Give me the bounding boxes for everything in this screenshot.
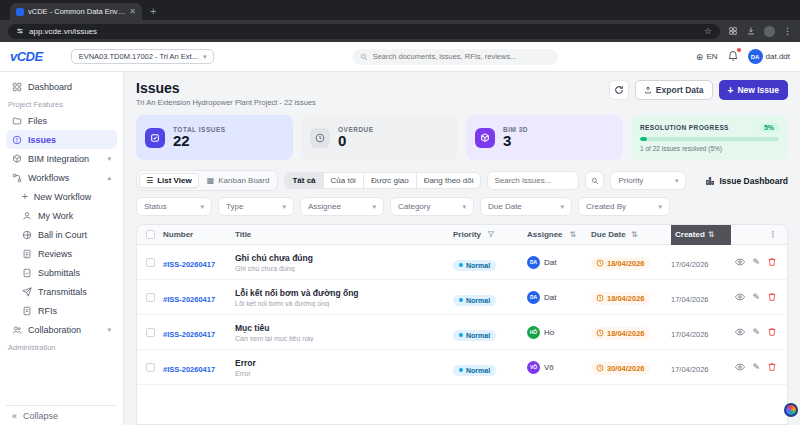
issue-row[interactable]: #ISS-20260417 Error Error Normal VÕ Võ 3…	[137, 350, 787, 385]
select-all-checkbox[interactable]	[146, 230, 155, 239]
sidebar-item-reviews[interactable]: Reviews	[16, 244, 117, 263]
assignee-filter-select[interactable]: Assignee▾	[300, 197, 384, 216]
due-date-filter-select[interactable]: Due Date▾	[480, 197, 572, 216]
refresh-button[interactable]	[609, 80, 629, 100]
sidebar-item-label: Submittals	[38, 268, 80, 278]
download-icon[interactable]	[746, 26, 756, 36]
global-search-input[interactable]	[373, 52, 551, 61]
issue-row[interactable]: #ISS-20260417 Mục tiêu Cần xem lại mục t…	[137, 315, 787, 350]
sidebar-item-collaboration[interactable]: Collaboration ▾	[6, 320, 117, 339]
issue-title[interactable]: Error	[235, 358, 447, 368]
header-created[interactable]: Created ⇅	[671, 225, 731, 245]
export-data-button[interactable]: Export Data	[635, 80, 713, 100]
issue-dashboard-button[interactable]: Issue Dashboard	[705, 176, 789, 186]
site-info-icon[interactable]	[16, 27, 24, 35]
issue-row[interactable]: #ISS-20260417 Lỗi kết nối bơm và đường ố…	[137, 280, 787, 315]
issue-title[interactable]: Lỗi kết nối bơm và đường ống	[235, 288, 447, 298]
issues-search[interactable]	[487, 171, 579, 190]
row-checkbox[interactable]	[146, 258, 155, 267]
project-selector[interactable]: EVNA03.TD0M.17002 - Tri An Ext... ▾	[71, 49, 215, 64]
delete-button[interactable]	[767, 327, 777, 337]
row-checkbox[interactable]	[146, 363, 155, 372]
new-issue-button[interactable]: + New Issue	[719, 80, 788, 100]
issue-number-link[interactable]: #ISS-20260417	[163, 365, 215, 374]
view-button[interactable]	[735, 292, 745, 302]
sidebar-item-new-workflow[interactable]: + New Workflow	[16, 187, 117, 206]
category-filter-select[interactable]: Category▾	[390, 197, 474, 216]
accessibility-widget[interactable]	[784, 403, 798, 417]
kanban-board-tab[interactable]: ▦ Kanban Board	[201, 173, 276, 188]
sort-icon[interactable]: ⇅	[570, 230, 577, 239]
sidebar-collapse-button[interactable]: « Collapse	[6, 405, 117, 425]
extensions-icon[interactable]	[728, 26, 738, 36]
type-filter-select[interactable]: Type▾	[218, 197, 294, 216]
created-by-filter-select[interactable]: Created By▾	[578, 197, 670, 216]
sidebar-item-submittals[interactable]: Submittals	[16, 263, 117, 282]
search-button[interactable]	[585, 171, 604, 190]
browser-menu-icon[interactable]: ⋮	[783, 26, 792, 36]
header-number[interactable]: Number	[163, 230, 235, 239]
user-menu[interactable]: DA dat.ddt	[748, 49, 790, 64]
sidebar-item-rfis[interactable]: RFIs	[16, 301, 117, 320]
global-search[interactable]	[353, 49, 558, 65]
view-button[interactable]	[735, 362, 745, 372]
view-button[interactable]	[735, 257, 745, 267]
sidebar-item-label: Files	[28, 116, 47, 126]
filter-chip-assigned[interactable]: Được giao	[364, 173, 417, 188]
sort-icon[interactable]: ⇅	[631, 230, 638, 239]
view-button[interactable]	[735, 327, 745, 337]
browser-profile-icon[interactable]	[764, 26, 775, 37]
issue-row[interactable]: #ISS-20260417 Ghi chú chưa đúng Ghi chú …	[137, 245, 787, 280]
sidebar-item-workflows[interactable]: Workflows ▴	[6, 168, 117, 187]
sidebar-item-dashboard[interactable]: Dashboard	[6, 77, 117, 96]
sidebar-item-files[interactable]: Files	[6, 111, 117, 130]
list-icon: ☰	[146, 176, 153, 185]
funnel-icon[interactable]	[487, 230, 495, 238]
row-checkbox[interactable]	[146, 293, 155, 302]
sidebar-item-bim-integration[interactable]: BIM Integration ▾	[6, 149, 117, 168]
header-assignee[interactable]: Assignee ⇅	[527, 230, 591, 239]
total-issues-card[interactable]: TOTAL ISSUES 22	[136, 115, 293, 160]
url-bar[interactable]: app.vcde.vn/issues ☆	[8, 24, 720, 39]
issue-title[interactable]: Ghi chú chưa đúng	[235, 253, 447, 263]
filter-chip-watching[interactable]: Đang theo dõi	[417, 173, 481, 188]
browser-tab[interactable]: vCDE - Common Data Environ... ✕	[10, 3, 142, 20]
sort-icon[interactable]: ⇅	[708, 230, 715, 239]
filter-chip-mine[interactable]: Của tôi	[324, 173, 364, 188]
language-selector[interactable]: ⊕ EN	[696, 52, 718, 62]
issue-number-link[interactable]: #ISS-20260417	[163, 260, 215, 269]
delete-button[interactable]	[767, 362, 777, 372]
header-due-date[interactable]: Due Date ⇅	[591, 230, 671, 239]
list-view-tab[interactable]: ☰ List View	[139, 173, 199, 188]
vcde-logo[interactable]: vCDE	[10, 49, 43, 64]
sidebar-item-ball-in-court[interactable]: Ball in Court	[16, 225, 117, 244]
sidebar-item-label: Dashboard	[28, 82, 72, 92]
filter-chip-all[interactable]: Tất cả	[285, 173, 323, 188]
status-filter-select[interactable]: Status▾	[136, 197, 212, 216]
edit-button[interactable]: ✎	[752, 362, 760, 372]
issues-search-input[interactable]	[494, 176, 572, 185]
bim-3d-card[interactable]: BIM 3D 3	[466, 115, 623, 160]
sidebar-item-my-work[interactable]: My Work	[16, 206, 117, 225]
issue-number-link[interactable]: #ISS-20260417	[163, 295, 215, 304]
edit-button[interactable]: ✎	[752, 292, 760, 302]
header-title[interactable]: Title	[235, 230, 453, 239]
delete-button[interactable]	[767, 292, 777, 302]
edit-button[interactable]: ✎	[752, 257, 760, 267]
issue-title[interactable]: Mục tiêu	[235, 323, 447, 333]
close-tab-icon[interactable]: ✕	[129, 7, 136, 16]
workflow-icon	[12, 173, 22, 183]
sidebar-item-issues[interactable]: Issues	[6, 130, 117, 149]
bookmark-star-icon[interactable]: ☆	[704, 26, 712, 36]
sidebar-item-transmittals[interactable]: Transmittals	[16, 282, 117, 301]
issue-number-link[interactable]: #ISS-20260417	[163, 330, 215, 339]
new-tab-icon[interactable]: +	[150, 5, 156, 17]
row-checkbox[interactable]	[146, 328, 155, 337]
notifications-button[interactable]	[727, 50, 739, 64]
priority-filter-select[interactable]: Priority ▾	[610, 171, 686, 190]
header-priority[interactable]: Priority	[453, 230, 527, 239]
edit-button[interactable]: ✎	[752, 327, 760, 337]
delete-button[interactable]	[767, 257, 777, 267]
column-settings-icon[interactable]: ⋮	[769, 230, 777, 239]
overdue-card[interactable]: OVERDUE 0	[301, 115, 458, 160]
